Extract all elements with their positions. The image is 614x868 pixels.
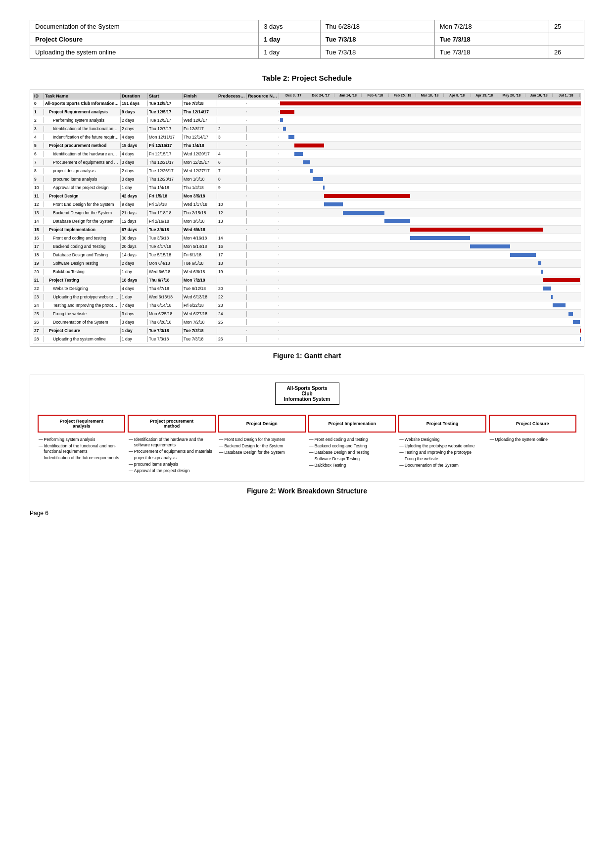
gantt-cell-pred: 10 [217, 201, 247, 207]
col-id: ID [33, 93, 44, 99]
gantt-cell-duration: 67 days [121, 227, 148, 233]
gantt-cell-name: procured items analysis [44, 176, 121, 182]
gantt-cell-duration: 3 days [121, 159, 148, 165]
gantt-cell-chart [279, 209, 581, 217]
wbs-root-box: All-Sports Sports ClubInformation System [275, 383, 339, 405]
gantt-cell-resource [247, 238, 279, 239]
gantt-row: 15 Project Implementation 67 days Tue 3/… [33, 226, 581, 234]
gantt-cell-chart [279, 116, 581, 124]
gantt-cell-finish: Thu 2/15/18 [183, 210, 217, 216]
gantt-cell-resource [247, 305, 279, 306]
gantt-cell-chart [279, 184, 581, 192]
gantt-cell-duration: 1 day [121, 336, 148, 342]
gantt-cell-duration: 4 days [121, 286, 148, 291]
gantt-cell-start: Fri 2/16/18 [148, 218, 183, 224]
gantt-cell-pred [217, 145, 247, 146]
wbs-branch-items: Identification of the hardware and the s… [128, 436, 215, 474]
wbs-item: Software Design Testing [308, 456, 396, 462]
gantt-cell-finish: Wed 6/6/18 [183, 269, 217, 275]
gantt-cell-id: 17 [33, 243, 44, 249]
gantt-cell-finish: Mon 7/2/18 [183, 277, 217, 283]
gantt-cell-pred: 2 [217, 126, 247, 132]
wbs-branch: Project ClosureUploading the system onli… [489, 415, 576, 443]
task-name: Documentation of the System [30, 20, 259, 33]
gantt-cell-start: Thu 1/4/18 [148, 185, 183, 191]
task-duration: 1 day [259, 46, 320, 59]
gantt-cell-pred [217, 330, 247, 331]
gantt-cell-id: 9 [33, 176, 44, 182]
gantt-cell-chart [279, 234, 581, 242]
wbs-item: Indentification of the future requiremen… [38, 455, 125, 461]
gantt-row: 2 Performing system analysis 2 days Tue … [33, 116, 581, 125]
gantt-cell-name: Project Closure [44, 328, 121, 334]
gantt-cell-start: Fri 12/15/17 [148, 143, 183, 148]
gantt-cell-pred: 9 [217, 185, 247, 191]
task-start: Thu 6/28/18 [320, 20, 434, 33]
wbs-item: Backend coding and Testing [308, 443, 396, 449]
gantt-cell-chart [279, 133, 581, 141]
gantt-cell-start: Thu 12/21/17 [148, 159, 183, 165]
task-start: Tue 7/3/18 [320, 33, 434, 46]
gantt-cell-pred [217, 111, 247, 112]
gantt-cell-id: 25 [33, 311, 44, 317]
gantt-cell-chart [279, 268, 581, 276]
gantt-row: 24 Testing and Improving the prototype 7… [33, 301, 581, 310]
gantt-cell-pred: 22 [217, 294, 247, 300]
table2-title: Table 2: Project Schedule [30, 74, 584, 82]
gantt-cell-finish: Tue 7/3/18 [183, 100, 217, 106]
gantt-cell-finish: Wed 6/13/18 [183, 294, 217, 300]
wbs-branch: Project procurementmethodIdentification … [128, 415, 215, 474]
gantt-row: 3 Identification of the functional and n… [33, 125, 581, 133]
gantt-cell-finish: Thu 1/4/18 [183, 143, 217, 148]
gantt-cell-id: 22 [33, 286, 44, 291]
gantt-cell-resource [247, 137, 279, 138]
gantt-cell-start: Tue 12/5/17 [148, 117, 183, 123]
gantt-cell-id: 14 [33, 218, 44, 224]
gantt-cell-name: Project Design [44, 193, 121, 199]
task-id: 25 [549, 20, 584, 33]
gantt-cell-finish: Mon 3/5/18 [183, 218, 217, 224]
gantt-cell-name: Project Testing [44, 277, 121, 283]
wbs-root-label: All-Sports Sports ClubInformation System [284, 386, 330, 402]
gantt-cell-chart [279, 259, 581, 267]
wbs-branch-title: Project Closure [489, 415, 576, 433]
gantt-cell-pred: 4 [217, 151, 247, 157]
gantt-cell-name: Balckbox Testing [44, 269, 121, 275]
gantt-row: 8 project design analysis 2 days Tue 12/… [33, 167, 581, 175]
wbs-branch: Project ImplemenationFront end coding an… [308, 415, 396, 469]
gantt-cell-pred: 3 [217, 134, 247, 140]
gantt-cell-duration: 2 days [121, 260, 148, 266]
gantt-cell-chart [279, 310, 581, 318]
gantt-cell-name: project design analysis [44, 168, 121, 174]
wbs-branch-title: Project Implemenation [308, 415, 396, 433]
gantt-cell-start: Fri 12/15/17 [148, 151, 183, 157]
gantt-cell-start: Thu 1/18/18 [148, 210, 183, 216]
gantt-row: 12 Front End Design for the System 9 day… [33, 200, 581, 209]
gantt-cell-id: 13 [33, 210, 44, 216]
gantt-cell-resource [247, 145, 279, 146]
gantt-row: 6 Identification of the hardware and the… [33, 150, 581, 158]
gantt-cell-finish: Mon 1/3/18 [183, 176, 217, 182]
gantt-cell-resource [247, 179, 279, 180]
gantt-cell-duration: 4 days [121, 134, 148, 140]
gantt-cell-start: Fri 1/5/18 [148, 201, 183, 207]
wbs-branch-items: Uploading the system online [489, 436, 576, 443]
gantt-cell-duration: 42 days [121, 193, 148, 199]
gantt-cell-pred: 17 [217, 252, 247, 258]
gantt-cell-duration: 30 days [121, 235, 148, 241]
wbs-item: procured items analysis [128, 461, 215, 468]
gantt-cell-name: Indentification of the future requiremen… [44, 134, 121, 140]
task-duration: 1 day [259, 33, 320, 46]
gantt-cell-id: 1 [33, 109, 44, 115]
gantt-cell-resource [247, 212, 279, 213]
gantt-cell-duration: 2 days [121, 126, 148, 132]
gantt-cell-chart [279, 175, 581, 183]
gantt-cell-finish: Wed 6/27/18 [183, 311, 217, 317]
gantt-cell-pred [217, 103, 247, 104]
gantt-cell-pred: 6 [217, 159, 247, 165]
gantt-row: 20 Balckbox Testing 1 day Wed 6/6/18 Wed… [33, 268, 581, 276]
gantt-row: 25 Fixing the website 3 days Mon 6/25/18… [33, 310, 581, 318]
wbs-item: Uploding the prototype website online [398, 443, 486, 449]
gantt-row: 5 Project procurement method 15 days Fri… [33, 142, 581, 150]
gantt-cell-start: Tue 4/17/18 [148, 243, 183, 249]
